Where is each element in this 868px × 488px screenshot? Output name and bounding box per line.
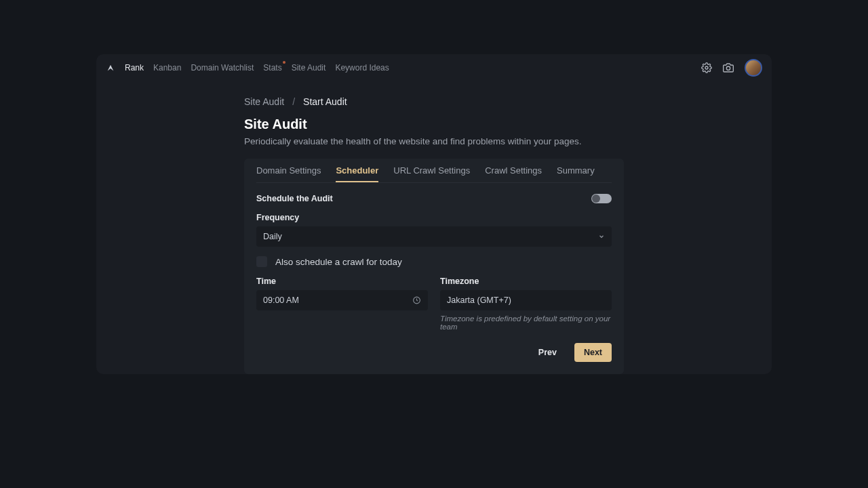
frequency-label: Frequency xyxy=(256,213,612,222)
prev-button[interactable]: Prev xyxy=(529,343,566,362)
nav-label: Stats xyxy=(263,63,281,73)
nav-kanban[interactable]: Kanban xyxy=(153,63,181,73)
avatar[interactable] xyxy=(745,59,762,77)
content-inner: Site Audit / Start Audit Site Audit Peri… xyxy=(244,96,624,374)
topbar: Rank Kanban Domain Watchlist Stats Site … xyxy=(96,54,772,81)
crawl-today-row: Also schedule a crawl for today xyxy=(256,256,612,267)
timezone-label: Timezone xyxy=(440,277,612,286)
tab-url-crawl-settings[interactable]: URL Crawl Settings xyxy=(393,165,470,182)
frequency-block: Frequency Daily xyxy=(256,213,612,247)
nav-site-audit[interactable]: Site Audit xyxy=(292,63,326,73)
actions: Prev Next xyxy=(256,343,612,362)
schedule-label: Schedule the Audit xyxy=(256,194,333,203)
svg-point-0 xyxy=(705,66,708,69)
tabs: Domain Settings Scheduler URL Crawl Sett… xyxy=(256,159,612,183)
time-label: Time xyxy=(256,277,428,286)
logo-icon xyxy=(106,63,115,73)
nav-label: Keyword Ideas xyxy=(335,63,389,73)
frequency-select[interactable]: Daily xyxy=(256,226,612,247)
svg-point-1 xyxy=(726,66,730,70)
timezone-block: Timezone Jakarta (GMT+7) Timezone is pre… xyxy=(440,277,612,331)
app-card: Rank Kanban Domain Watchlist Stats Site … xyxy=(96,54,772,374)
time-input[interactable]: 09:00 AM xyxy=(256,290,428,310)
time-tz-row: Time 09:00 AM Timezone Jakarta (GMT+7) xyxy=(256,277,612,331)
clock-icon xyxy=(412,296,421,305)
page-subtitle: Periodically evaluate the health of the … xyxy=(244,136,624,146)
nav-links: Rank Kanban Domain Watchlist Stats Site … xyxy=(125,63,389,73)
nav-domain-watchlist[interactable]: Domain Watchlist xyxy=(191,63,254,73)
nav-keyword-ideas[interactable]: Keyword Ideas xyxy=(335,63,389,73)
toggle-knob xyxy=(592,195,600,203)
nav-label: Kanban xyxy=(153,63,181,73)
nav-stats[interactable]: Stats xyxy=(263,63,281,73)
crawl-today-label: Also schedule a crawl for today xyxy=(275,257,402,267)
panel: Domain Settings Scheduler URL Crawl Sett… xyxy=(244,159,624,374)
tab-crawl-settings[interactable]: Crawl Settings xyxy=(485,165,542,182)
tab-summary[interactable]: Summary xyxy=(557,165,595,182)
nav-label: Domain Watchlist xyxy=(191,63,254,73)
tab-domain-settings[interactable]: Domain Settings xyxy=(256,165,321,182)
timezone-hint: Timezone is predefined by default settin… xyxy=(440,314,612,331)
tab-scheduler[interactable]: Scheduler xyxy=(336,165,378,182)
gear-icon[interactable] xyxy=(701,62,712,73)
frequency-value: Daily xyxy=(263,232,282,241)
camera-icon[interactable] xyxy=(723,62,734,73)
time-value: 09:00 AM xyxy=(263,296,299,305)
breadcrumb-separator: / xyxy=(292,96,295,107)
timezone-value: Jakarta (GMT+7) xyxy=(447,296,511,305)
topbar-right xyxy=(701,59,762,77)
next-button[interactable]: Next xyxy=(574,343,612,362)
schedule-row: Schedule the Audit xyxy=(256,194,612,203)
timezone-input[interactable]: Jakarta (GMT+7) xyxy=(440,290,612,310)
breadcrumb-root[interactable]: Site Audit xyxy=(244,96,284,107)
notification-dot-icon xyxy=(283,61,285,64)
time-block: Time 09:00 AM xyxy=(256,277,428,331)
breadcrumb: Site Audit / Start Audit xyxy=(244,96,624,107)
nav-rank[interactable]: Rank xyxy=(125,63,144,73)
page-title: Site Audit xyxy=(244,117,624,132)
crawl-today-checkbox[interactable] xyxy=(256,256,267,267)
nav-label: Site Audit xyxy=(292,63,326,73)
schedule-toggle[interactable] xyxy=(591,194,612,203)
nav-label: Rank xyxy=(125,63,144,73)
content: Site Audit / Start Audit Site Audit Peri… xyxy=(96,81,772,374)
breadcrumb-current: Start Audit xyxy=(303,96,347,107)
chevron-down-icon xyxy=(598,233,605,240)
